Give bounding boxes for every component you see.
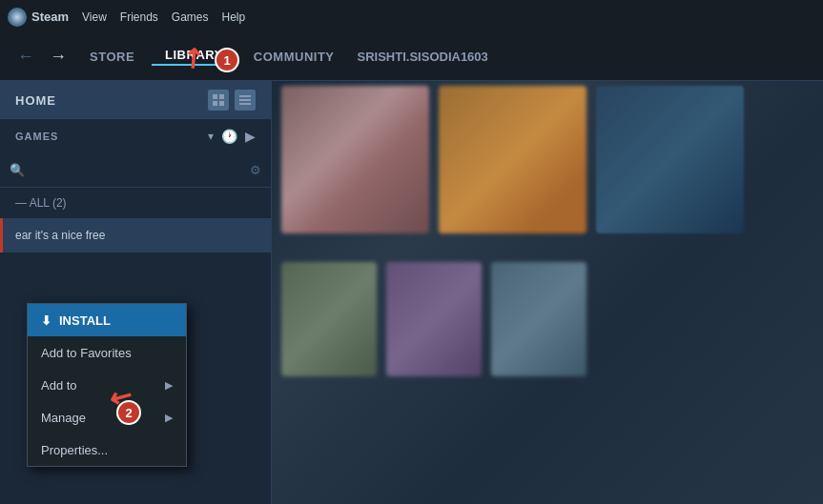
context-menu: ⬇ INSTALL Add to Favorites Add to ▶ Mana… bbox=[27, 303, 187, 467]
install-label: INSTALL bbox=[59, 313, 111, 328]
steam-logo[interactable]: Steam bbox=[8, 8, 69, 27]
game-art-6 bbox=[491, 262, 586, 376]
add-favorites-label: Add to Favorites bbox=[41, 346, 132, 360]
steam-icon bbox=[8, 8, 27, 27]
game-item[interactable]: ear it's a nice free bbox=[0, 218, 271, 252]
game-art-5 bbox=[386, 262, 482, 376]
install-icon: ⬇ bbox=[41, 313, 51, 328]
search-icon: 🔍 bbox=[10, 163, 25, 177]
svg-rect-6 bbox=[239, 103, 251, 105]
sidebar-home-row[interactable]: HOME bbox=[0, 81, 271, 119]
svg-rect-0 bbox=[213, 94, 217, 99]
install-button[interactable]: ⬇ INSTALL bbox=[28, 304, 186, 336]
all-label: — ALL (2) bbox=[15, 196, 67, 210]
menu-help[interactable]: Help bbox=[222, 10, 246, 24]
add-to-favorites-button[interactable]: Add to Favorites bbox=[28, 336, 186, 369]
game-item-text: ear it's a nice free bbox=[15, 229, 105, 242]
back-button[interactable]: ← bbox=[11, 45, 40, 69]
sidebar-home-icons bbox=[208, 90, 256, 111]
sidebar: HOME bbox=[0, 81, 272, 504]
content-area bbox=[272, 81, 823, 504]
game-art-1 bbox=[281, 86, 429, 233]
filter-icon[interactable]: ⚙ bbox=[250, 163, 261, 177]
games-label: GAMES bbox=[15, 131, 58, 142]
games-icons: ▾ 🕐 ▶ bbox=[208, 129, 256, 144]
submenu-arrow-icon: ▶ bbox=[165, 379, 173, 392]
game-item-bar bbox=[0, 218, 3, 252]
menu-games[interactable]: Games bbox=[172, 10, 209, 24]
all-games-row: — ALL (2) bbox=[0, 188, 271, 218]
game-art-4 bbox=[281, 262, 377, 376]
sidebar-games-row[interactable]: GAMES ▾ 🕐 ▶ bbox=[0, 119, 271, 153]
nav-username[interactable]: SRISHTI.SISODIA1603 bbox=[358, 50, 488, 64]
svg-rect-4 bbox=[239, 95, 251, 97]
forward-button[interactable]: → bbox=[44, 45, 72, 69]
home-label: HOME bbox=[15, 93, 56, 108]
svg-rect-1 bbox=[219, 94, 224, 99]
content-background bbox=[272, 81, 823, 504]
step1-indicator: 1 bbox=[215, 48, 239, 72]
titlebar: Steam View Friends Games Help bbox=[0, 0, 823, 33]
play-icon[interactable]: ▶ bbox=[245, 129, 256, 144]
sidebar-search[interactable]: 🔍 ⚙ bbox=[0, 153, 271, 188]
svg-rect-3 bbox=[219, 101, 224, 106]
nav-store[interactable]: STORE bbox=[76, 50, 148, 64]
manage-arrow-icon: ▶ bbox=[165, 412, 173, 424]
nav-community[interactable]: COMMUNITY bbox=[240, 50, 348, 64]
game-art-3 bbox=[596, 86, 744, 233]
list-icon[interactable] bbox=[235, 90, 256, 111]
menu-friends[interactable]: Friends bbox=[120, 10, 158, 24]
add-to-label: Add to bbox=[41, 378, 77, 393]
svg-rect-5 bbox=[239, 99, 251, 101]
chevron-down-icon[interactable]: ▾ bbox=[208, 130, 214, 143]
properties-label: Properties... bbox=[41, 443, 108, 457]
recent-icon[interactable]: 🕐 bbox=[221, 129, 237, 144]
grid-icon[interactable] bbox=[208, 90, 229, 111]
properties-button[interactable]: Properties... bbox=[28, 433, 186, 466]
steam-title: Steam bbox=[31, 10, 69, 24]
menu-view[interactable]: View bbox=[82, 10, 107, 24]
navbar: ← → STORE LIBRARY COMMUNITY SRISHTI.SISO… bbox=[0, 33, 823, 81]
svg-rect-2 bbox=[213, 101, 217, 106]
search-input[interactable] bbox=[31, 164, 244, 177]
main-layout: HOME bbox=[0, 81, 823, 504]
manage-label: Manage bbox=[41, 411, 86, 425]
game-art-2 bbox=[439, 86, 586, 233]
